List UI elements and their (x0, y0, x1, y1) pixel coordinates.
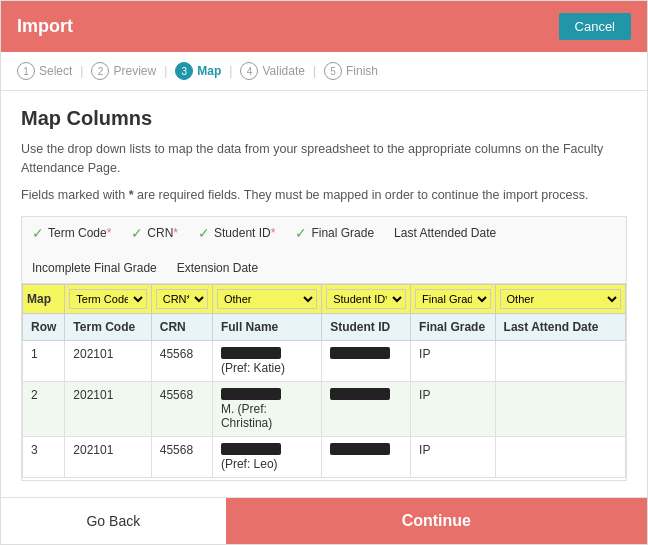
col-header-term-code: Term Code (65, 314, 151, 341)
step-circle-1: 1 (17, 62, 35, 80)
cell-crn-3: 45568 (151, 437, 212, 478)
tag-label-term-code: Term Code* (48, 226, 111, 240)
step-label-select: Select (39, 64, 72, 78)
table-container: Map Term Code* Other CRN* Other (21, 283, 627, 481)
map-col-1: Term Code* Other (65, 285, 151, 314)
step-select[interactable]: 1 Select (17, 62, 72, 80)
page-title: Map Columns (21, 107, 627, 130)
map-row: Map Term Code* Other CRN* Other (23, 285, 626, 314)
step-label-map: Map (197, 64, 221, 78)
cell-last-attend-3 (495, 437, 625, 478)
map-select-other-2[interactable]: Other Last Attended Date Incomplete Fina… (500, 289, 621, 309)
col-header-last-attend: Last Attend Date (495, 314, 625, 341)
cell-fullname-1: (Pref: Katie) (212, 341, 321, 382)
tag-final-grade: ✓ Final Grade (295, 225, 374, 241)
table-body: 1 202101 45568 (Pref: Katie) IP (23, 341, 626, 478)
cell-row-2: 2 (23, 382, 65, 437)
cell-fullname-2: M. (Pref: Christina) (212, 382, 321, 437)
tags-row: ✓ Term Code* ✓ CRN* ✓ Student ID* ✓ Fina… (21, 216, 627, 283)
step-circle-5: 5 (324, 62, 342, 80)
redacted-name-1 (221, 347, 281, 359)
map-col-6: Other Last Attended Date Incomplete Fina… (495, 285, 625, 314)
redacted-name-2 (221, 388, 281, 400)
required-note: Fields marked with * are required fields… (21, 186, 627, 205)
step-circle-4: 4 (240, 62, 258, 80)
required-star: * (129, 188, 134, 202)
tag-last-attended: Last Attended Date (394, 225, 496, 241)
col-header-full-name: Full Name (212, 314, 321, 341)
cell-last-attend-2 (495, 382, 625, 437)
cell-row-1: 1 (23, 341, 65, 382)
step-circle-3: 3 (175, 62, 193, 80)
step-divider-4: | (313, 64, 316, 78)
tag-term-code: ✓ Term Code* (32, 225, 111, 241)
step-divider-1: | (80, 64, 83, 78)
map-select-final-grade[interactable]: Final Grade Other (415, 289, 490, 309)
cell-fullname-3: (Pref: Leo) (212, 437, 321, 478)
cell-last-attend-1 (495, 341, 625, 382)
steps-bar: 1 Select | 2 Preview | 3 Map | 4 Validat… (1, 52, 647, 91)
redacted-id-3 (330, 443, 390, 455)
import-modal: Import Cancel 1 Select | 2 Preview | 3 M… (0, 0, 648, 545)
check-icon-student-id: ✓ (198, 225, 210, 241)
step-label-validate: Validate (262, 64, 304, 78)
cell-term-code-3: 202101 (65, 437, 151, 478)
redacted-id-1 (330, 347, 390, 359)
redacted-id-2 (330, 388, 390, 400)
check-icon-crn: ✓ (131, 225, 143, 241)
cell-crn-2: 45568 (151, 382, 212, 437)
map-col-4: Student ID* Other (322, 285, 411, 314)
tag-incomplete-final: Incomplete Final Grade (32, 261, 157, 275)
data-table: Map Term Code* Other CRN* Other (22, 284, 626, 478)
table-row: 3 202101 45568 (Pref: Leo) IP (23, 437, 626, 478)
tag-extension-date: Extension Date (177, 261, 258, 275)
redacted-name-3 (221, 443, 281, 455)
tag-label-extension-date: Extension Date (177, 261, 258, 275)
map-select-term-code[interactable]: Term Code* Other (69, 289, 146, 309)
tag-label-crn: CRN* (147, 226, 178, 240)
pref-name-3: (Pref: Leo) (221, 457, 278, 471)
step-validate[interactable]: 4 Validate (240, 62, 304, 80)
cell-student-id-1 (322, 341, 411, 382)
tag-student-id: ✓ Student ID* (198, 225, 275, 241)
cell-student-id-3 (322, 437, 411, 478)
cell-term-code-1: 202101 (65, 341, 151, 382)
cell-crn-1: 45568 (151, 341, 212, 382)
pref-name-1: (Pref: Katie) (221, 361, 285, 375)
cell-final-grade-2: IP (411, 382, 495, 437)
step-map[interactable]: 3 Map (175, 62, 221, 80)
cell-term-code-2: 202101 (65, 382, 151, 437)
map-select-student-id[interactable]: Student ID* Other (326, 289, 406, 309)
step-divider-2: | (164, 64, 167, 78)
go-back-button[interactable]: Go Back (1, 498, 226, 544)
tag-label-incomplete-final: Incomplete Final Grade (32, 261, 157, 275)
modal-title: Import (17, 16, 73, 37)
cell-student-id-2 (322, 382, 411, 437)
modal-footer: Go Back Continue (1, 497, 647, 544)
modal-body: Map Columns Use the drop down lists to m… (1, 91, 647, 497)
step-divider-3: | (229, 64, 232, 78)
description: Use the drop down lists to map the data … (21, 140, 627, 178)
map-col-3: Other Term Code* CRN* Student ID* Final … (212, 285, 321, 314)
check-icon-term-code: ✓ (32, 225, 44, 241)
col-header-row: Row (23, 314, 65, 341)
map-select-other-1[interactable]: Other Term Code* CRN* Student ID* Final … (217, 289, 317, 309)
map-col-5: Final Grade Other (411, 285, 495, 314)
check-icon-final-grade: ✓ (295, 225, 307, 241)
map-select-crn[interactable]: CRN* Other (156, 289, 208, 309)
table-row: 1 202101 45568 (Pref: Katie) IP (23, 341, 626, 382)
tag-label-final-grade: Final Grade (311, 226, 374, 240)
cancel-button[interactable]: Cancel (559, 13, 631, 40)
cell-final-grade-1: IP (411, 341, 495, 382)
continue-button[interactable]: Continue (226, 498, 647, 544)
step-finish[interactable]: 5 Finish (324, 62, 378, 80)
map-row-label: Map (23, 285, 65, 314)
col-header-crn: CRN (151, 314, 212, 341)
step-circle-2: 2 (91, 62, 109, 80)
table-row: 2 202101 45568 M. (Pref: Christina) IP (23, 382, 626, 437)
step-preview[interactable]: 2 Preview (91, 62, 156, 80)
step-label-preview: Preview (113, 64, 156, 78)
cell-final-grade-3: IP (411, 437, 495, 478)
step-label-finish: Finish (346, 64, 378, 78)
tag-label-student-id: Student ID* (214, 226, 275, 240)
